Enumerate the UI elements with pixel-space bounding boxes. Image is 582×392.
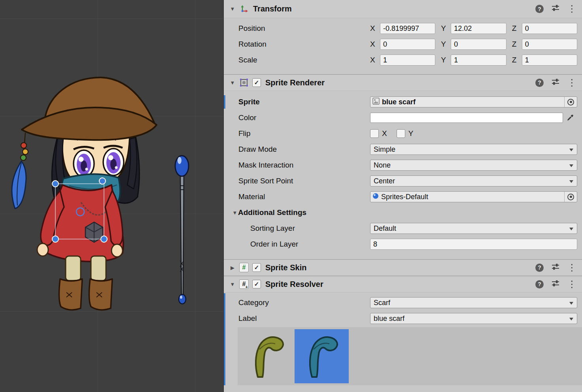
sprite-sort-point-row: Sprite Sort Point Center bbox=[224, 173, 582, 189]
eyedropper-icon[interactable] bbox=[563, 114, 577, 122]
label-row: Label blue scarf bbox=[224, 311, 582, 326]
presets-icon[interactable] bbox=[551, 263, 560, 273]
material-icon bbox=[372, 192, 379, 201]
scale-z-input[interactable] bbox=[522, 55, 577, 66]
component-enabled-checkbox[interactable]: ✓ bbox=[252, 263, 261, 272]
order-in-layer-input[interactable] bbox=[370, 239, 577, 250]
mask-interaction-dropdown[interactable]: None bbox=[370, 160, 577, 171]
component-enabled-checkbox[interactable]: ✓ bbox=[252, 78, 261, 87]
additional-settings-row[interactable]: ▼ Additional Settings bbox=[224, 205, 582, 220]
kebab-menu-icon[interactable]: ⋮ bbox=[567, 78, 576, 87]
help-icon[interactable]: ? bbox=[535, 5, 544, 13]
foldout-open-icon[interactable]: ▼ bbox=[229, 281, 236, 287]
position-row: Position X Y Z bbox=[224, 21, 582, 36]
row-label: Scale bbox=[238, 56, 370, 64]
scene-view[interactable] bbox=[0, 0, 223, 392]
selection-handle-bottom-left[interactable] bbox=[52, 236, 59, 242]
color-swatch[interactable] bbox=[370, 113, 563, 123]
flip-row: Flip X Y bbox=[224, 126, 582, 141]
label-dropdown[interactable]: blue scarf bbox=[370, 313, 577, 324]
axis-label-z: Z bbox=[512, 40, 522, 49]
category-row: Category Scarf bbox=[224, 295, 582, 311]
order-in-layer-row: Order in Layer bbox=[224, 236, 582, 252]
object-picker-icon[interactable] bbox=[564, 97, 577, 107]
axis-label-y: Y bbox=[441, 56, 451, 64]
flip-y-label: Y bbox=[408, 129, 414, 138]
category-dropdown[interactable]: Scarf bbox=[370, 297, 577, 308]
sorting-layer-dropdown[interactable]: Default bbox=[370, 223, 577, 234]
row-label: Draw Mode bbox=[238, 145, 370, 154]
dropdown-value: blue scarf bbox=[374, 315, 404, 323]
flip-y-checkbox[interactable] bbox=[397, 129, 405, 138]
scale-y-input[interactable] bbox=[451, 55, 506, 66]
presets-icon[interactable] bbox=[551, 279, 560, 289]
sprite-renderer-component: ▼ ✓ Sprite Renderer ? bbox=[224, 74, 582, 259]
row-label: Color bbox=[238, 113, 370, 122]
position-z-input[interactable] bbox=[522, 23, 577, 34]
sprite-skin-icon: # bbox=[239, 263, 249, 272]
kebab-menu-icon[interactable]: ⋮ bbox=[567, 263, 576, 272]
component-enabled-checkbox[interactable]: ✓ bbox=[252, 280, 261, 288]
color-row: Color bbox=[224, 110, 582, 126]
sprite-renderer-icon bbox=[239, 78, 249, 87]
sprite-resolver-header[interactable]: ▼ #+ ✓ Sprite Resolver ? bbox=[224, 276, 582, 292]
foldout-open-icon[interactable]: ▼ bbox=[229, 80, 236, 86]
sprite-thumbnail-icon bbox=[372, 98, 380, 107]
scale-row: Scale X Y Z bbox=[224, 52, 582, 68]
rotation-row: Rotation X Y Z bbox=[224, 36, 582, 52]
row-label: Flip bbox=[238, 129, 370, 138]
character-sprite[interactable] bbox=[12, 77, 157, 310]
scale-x-input[interactable] bbox=[380, 55, 435, 66]
thumbnail-blue-scarf[interactable] bbox=[295, 329, 349, 383]
selection-handle-bottom-right[interactable] bbox=[101, 236, 107, 242]
scene-canvas[interactable] bbox=[0, 0, 223, 392]
position-x-input[interactable] bbox=[380, 23, 435, 34]
dropdown-value: None bbox=[374, 161, 391, 170]
sprite-sort-point-dropdown[interactable]: Center bbox=[370, 175, 577, 187]
presets-icon[interactable] bbox=[551, 78, 560, 88]
draw-mode-dropdown[interactable]: Simple bbox=[370, 144, 577, 155]
rotation-z-input[interactable] bbox=[522, 39, 577, 50]
row-label: Sprite bbox=[238, 98, 370, 106]
sprite-skin-header[interactable]: ▶ # ✓ Sprite Skin ? bbox=[224, 259, 582, 276]
draw-mode-row: Draw Mode Simple bbox=[224, 141, 582, 157]
sprite-resolver-icon: #+ bbox=[239, 279, 249, 289]
help-icon[interactable]: ? bbox=[535, 79, 544, 87]
object-picker-icon[interactable] bbox=[564, 192, 577, 202]
sorting-layer-row: Sorting Layer Default bbox=[224, 220, 582, 236]
thumbnail-green-scarf[interactable] bbox=[240, 329, 295, 383]
presets-icon[interactable] bbox=[551, 4, 560, 14]
sprite-renderer-header[interactable]: ▼ ✓ Sprite Renderer ? bbox=[224, 74, 582, 91]
kebab-menu-icon[interactable]: ⋮ bbox=[567, 280, 576, 289]
foldout-open-icon[interactable]: ▼ bbox=[232, 210, 238, 216]
mask-interaction-row: Mask Interaction None bbox=[224, 157, 582, 173]
sprite-variant-list bbox=[238, 327, 582, 385]
row-label: Position bbox=[238, 24, 370, 33]
flip-x-checkbox[interactable] bbox=[370, 129, 379, 138]
kebab-menu-icon[interactable]: ⋮ bbox=[567, 4, 576, 13]
sprite-object-field[interactable]: blue scarf bbox=[370, 96, 577, 107]
selection-handle-top-left[interactable] bbox=[52, 181, 59, 187]
help-icon[interactable]: ? bbox=[535, 264, 544, 272]
position-y-input[interactable] bbox=[451, 23, 506, 34]
transform-icon bbox=[239, 4, 249, 14]
dropdown-value: Center bbox=[374, 177, 395, 185]
material-object-field[interactable]: Sprites-Default bbox=[370, 191, 577, 202]
transform-component: ▼ Transform ? bbox=[224, 0, 582, 74]
dropdown-value: Scarf bbox=[374, 299, 390, 307]
rotation-y-input[interactable] bbox=[451, 39, 506, 50]
selection-handle-top-right[interactable] bbox=[99, 178, 106, 184]
rotation-x-input[interactable] bbox=[380, 39, 435, 50]
material-row: Material Sprites-Default bbox=[224, 189, 582, 205]
axis-label-z: Z bbox=[512, 24, 522, 33]
row-label: Material bbox=[238, 192, 370, 201]
additional-settings-label: Additional Settings bbox=[238, 208, 306, 217]
help-icon[interactable]: ? bbox=[535, 280, 544, 288]
foldout-open-icon[interactable]: ▼ bbox=[229, 6, 236, 12]
staff-sprite[interactable] bbox=[175, 156, 189, 304]
dropdown-value: Default bbox=[374, 224, 396, 233]
dropdown-value: Simple bbox=[374, 145, 395, 154]
transform-header[interactable]: ▼ Transform ? bbox=[224, 0, 582, 18]
foldout-closed-icon[interactable]: ▶ bbox=[229, 265, 236, 271]
axis-label-x: X bbox=[370, 24, 380, 33]
